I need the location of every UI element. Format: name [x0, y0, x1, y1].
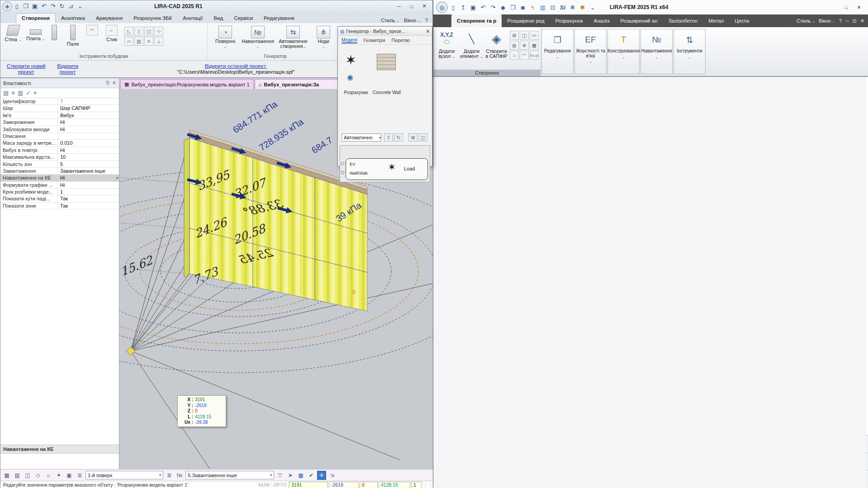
apply-filter-icon[interactable]: ✔	[307, 471, 316, 480]
redo-icon[interactable]: ↷	[48, 2, 57, 11]
restore-icon[interactable]: ⊡	[853, 18, 857, 24]
import-icon[interactable]: ↥	[459, 3, 468, 12]
quick-access-more-icon[interactable]: ⌄	[588, 3, 597, 12]
panel-loads[interactable]: № Навантаження⌄	[640, 29, 673, 74]
select-mode-icon[interactable]: ▦	[2, 471, 11, 480]
undo-icon[interactable]: ↶	[39, 2, 48, 11]
ruler-icon[interactable]: ⊿	[66, 2, 76, 11]
globe-cursor-icon[interactable]: ◉	[347, 73, 353, 81]
target-icon[interactable]: ✛	[317, 471, 326, 480]
property-row[interactable]: Ідентифікатор7	[0, 98, 119, 105]
cylinder-icon[interactable]: ◫	[520, 31, 529, 40]
dome-icon[interactable]: ▭	[530, 31, 539, 40]
close-icon[interactable]: ✕	[426, 28, 430, 34]
coord-z-field[interactable]: 0	[360, 482, 378, 488]
tab-servisy[interactable]: Сервіси	[228, 14, 258, 23]
filter-icon[interactable]: ▽	[275, 471, 285, 480]
generator-mode-combo[interactable]: Автоматично▾	[342, 133, 381, 142]
floor-icon[interactable]: ▱	[124, 37, 133, 46]
tab-analityka[interactable]: Аналітика	[56, 14, 90, 23]
generator-tab-geometry[interactable]: Геометрія	[364, 38, 385, 43]
maximize-button[interactable]: □	[405, 2, 418, 11]
lira-fem-app-icon[interactable]: ◍	[436, 1, 448, 13]
lira-cad-app-icon[interactable]: ◈	[2, 1, 12, 11]
bulb-icon[interactable]: ✦	[54, 471, 63, 480]
close-panel-icon[interactable]: ✕	[112, 80, 116, 86]
loads-button[interactable]: № Навантаження⌄	[243, 25, 273, 49]
level-icon[interactable]: ⊥	[154, 37, 163, 46]
property-row[interactable]: Вибух в повітріНі	[0, 147, 119, 154]
tab-vyd[interactable]: Вид	[208, 14, 228, 23]
property-row[interactable]: Показати кути паді...Так	[0, 195, 119, 202]
categorized-view-icon[interactable]: ▤	[3, 90, 9, 96]
results-chart-icon[interactable]: ▥	[538, 3, 547, 12]
length-field[interactable]: 4128.15	[379, 482, 410, 488]
generator-tab-models[interactable]: Моделі	[342, 37, 357, 43]
confirm-icon[interactable]: ✓	[26, 90, 31, 96]
sun-icon[interactable]: ☼	[44, 471, 53, 480]
ramp-icon[interactable]: ◺	[124, 27, 133, 36]
camera-icon[interactable]: ◙	[518, 3, 527, 12]
close-icon[interactable]: ✕	[860, 18, 864, 24]
lock-icon[interactable]: ⊡	[548, 3, 557, 12]
table-filter-icon[interactable]: ▦	[296, 471, 305, 480]
grid-small-icon[interactable]: ⊞	[408, 133, 417, 142]
property-row[interactable]: Маса заряду в метри...0.010	[0, 140, 119, 147]
open-file-icon[interactable]: ❒	[21, 2, 30, 11]
view-tab-model[interactable]: ▦ Вибух_презентація:Розрахункова модель …	[120, 79, 254, 89]
storeys-icon[interactable]: ◫	[23, 471, 32, 480]
property-row[interactable]: Ім'яВибух	[0, 112, 119, 119]
settings-gears-icon[interactable]: ✻	[568, 3, 577, 12]
minimize-icon[interactable]: ─	[845, 18, 849, 24]
property-row[interactable]: ЗавантаженняЗавантаження інше	[0, 168, 119, 175]
property-row[interactable]: Описання	[0, 133, 119, 140]
generator-item-calculations[interactable]: Розрахунки	[342, 90, 370, 95]
move-node-icon[interactable]: ⊕	[520, 41, 529, 50]
maximize-button[interactable]: □	[840, 3, 853, 12]
load-node[interactable]: EV Wall/Slab ✶ Load	[346, 158, 428, 180]
pin-icon[interactable]: ⚲	[106, 80, 109, 86]
export-icon[interactable]: ⇪	[384, 133, 393, 142]
add-node-button[interactable]: X,Y,Z⬭ Додативузол ⌄	[435, 30, 458, 69]
joint-tool-button[interactable]: ⌐ Стик	[102, 25, 122, 42]
property-row[interactable]: Показати зониТак	[0, 203, 119, 209]
redo-icon[interactable]: ↷	[489, 3, 498, 12]
book-icon[interactable]: ❒	[508, 3, 517, 12]
tab-stvorennya[interactable]: Створення	[16, 13, 56, 23]
visualization-icon[interactable]: ▧	[13, 471, 22, 480]
create-project-link[interactable]: Створити новийпроект	[7, 63, 45, 75]
door-icon[interactable]: ▯	[134, 27, 143, 36]
tab-advanced-edit[interactable]: Розширене ред	[502, 14, 550, 27]
panel-editing[interactable]: ❐ Редагування⌄	[541, 29, 574, 74]
close-button[interactable]: ✕	[853, 3, 865, 12]
explosion-icon[interactable]: ✶	[345, 52, 356, 68]
create-in-sapfir-button[interactable]: ◈ Створитив САПФІР	[485, 30, 508, 69]
tab-redahuvannya[interactable]: Редагування	[258, 14, 300, 23]
close-button[interactable]: ✕	[418, 2, 431, 11]
arc-icon[interactable]: ◠	[520, 51, 529, 60]
generator-tab-transform[interactable]: Перетво	[392, 38, 410, 43]
window-menu[interactable]: Вікно ⌄	[819, 18, 835, 24]
property-row[interactable]: Кількість зон5	[0, 161, 119, 168]
property-row[interactable]: Заблокувати виходиНі	[0, 126, 119, 133]
coord-x-field[interactable]: 3191	[289, 482, 328, 488]
new-file-icon[interactable]: ▯	[12, 2, 21, 11]
tab-metal[interactable]: Метал	[703, 14, 729, 27]
new-doc-icon[interactable]: ▯	[449, 3, 458, 12]
step-field[interactable]: 1	[411, 482, 422, 488]
floor-combo[interactable]: 1-й поверх▾	[85, 471, 163, 479]
fxy-icon[interactable]: f(x,y)	[530, 51, 539, 60]
tab-advanced-analysis[interactable]: Розширений ан	[615, 14, 663, 27]
opening-icon[interactable]: ▥	[134, 37, 143, 46]
tab-reinforced-concrete[interactable]: Залізобетон	[663, 14, 703, 27]
panel-stiffness[interactable]: EF Жорсткості та в'язі⌄	[574, 29, 607, 74]
load-number-icon[interactable]: №	[175, 471, 184, 480]
add-element-button[interactable]: ╲ Додатиелемент ⌄	[460, 30, 483, 69]
preview-icon[interactable]: ◫	[418, 133, 427, 142]
open-project-link[interactable]: Відкритипроект	[57, 63, 78, 75]
wall-tool-button[interactable]: Стіна ⌄	[3, 25, 23, 42]
window-menu[interactable]: Вікно ⌄	[404, 18, 421, 23]
node-graph-canvas[interactable]: EV Wall/Slab ✶ Load	[340, 145, 430, 182]
loadcase-combo[interactable]: 5.Завантаження інше▾	[185, 471, 274, 479]
filter-view-icon[interactable]: ▥	[18, 90, 23, 96]
